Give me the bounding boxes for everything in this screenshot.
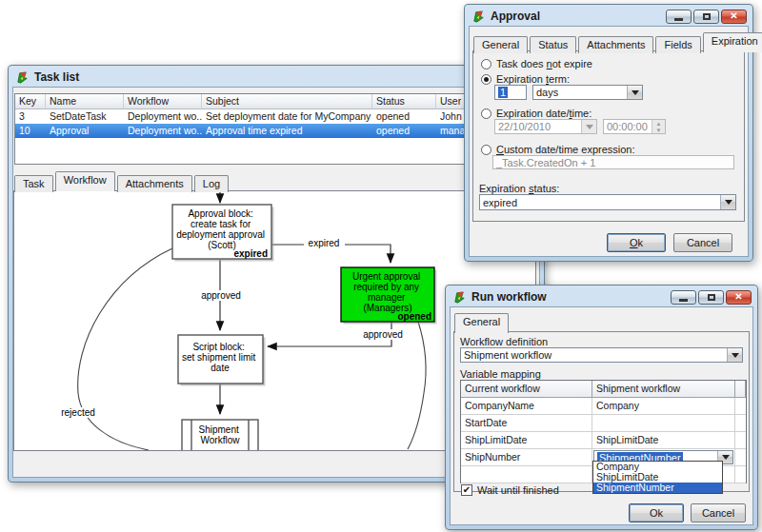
col-status[interactable]: Status (372, 94, 436, 109)
radio-custom-expression[interactable]: Custom date/time expression: (481, 144, 635, 155)
cancel-button[interactable]: Cancel (691, 503, 746, 522)
tab-log[interactable]: Log (194, 175, 229, 192)
mapping-table-header: Current workflow Shipment workflow (461, 381, 746, 398)
ok-button[interactable]: Ok (607, 233, 666, 252)
term-unit-value: days (533, 87, 627, 98)
col-subject[interactable]: Subject (202, 94, 372, 109)
radio-label: Expiration date/time: (496, 108, 592, 119)
maximize-button[interactable] (698, 290, 724, 305)
maximize-button[interactable] (693, 10, 719, 24)
dropdown-item-highlighted[interactable]: ShipmentNumber (593, 483, 722, 493)
col-key[interactable]: Key (15, 94, 46, 109)
minimize-icon (674, 18, 683, 21)
cell-key: 10 (15, 124, 46, 138)
app-icon (452, 290, 467, 305)
expiration-date-value: 22/10/2010 (495, 121, 581, 132)
mapping-row[interactable]: ShipLimitDate ShipLimitDate (461, 432, 746, 449)
task-table-header: Key Name Workflow Subject Status User (15, 94, 535, 109)
cell-current: CompanyName (461, 398, 592, 415)
dropdown-button[interactable] (720, 195, 735, 209)
col-name[interactable]: Name (46, 94, 124, 109)
edge-label-approved-1: approved (201, 290, 241, 301)
tab-general-run[interactable]: General (454, 313, 509, 333)
approval-titlebar[interactable]: Approval ✕ (469, 5, 749, 26)
mapping-row[interactable]: CompanyName Company (461, 398, 746, 415)
cell-workflow: Deployment wo... (124, 109, 202, 124)
app-icon (15, 70, 30, 85)
spinner-buttons: ▲▼ (652, 120, 665, 133)
expiration-status-value: expired (480, 197, 720, 208)
edge-label-rejected: rejected (61, 407, 95, 418)
cell-spacer (735, 466, 746, 483)
custom-expression-input: _Task.CreatedOn + 1 (492, 155, 734, 169)
wait-label: Wait until finished (477, 484, 559, 496)
dropdown-button[interactable] (727, 348, 742, 362)
cancel-label: Cancel (702, 507, 734, 519)
variable-mapping-label: Variable mapping (460, 368, 541, 380)
tab-status[interactable]: Status (530, 36, 576, 53)
radio-expiration-datetime[interactable]: Expiration date/time: (481, 108, 592, 119)
close-button[interactable]: ✕ (726, 290, 752, 305)
spin-up-icon: ▲ (652, 120, 665, 127)
expiration-date-combobox: 22/10/2010 (494, 119, 597, 134)
workflow-definition-combobox[interactable]: Shipment workflow (460, 347, 743, 363)
cell-spacer (735, 432, 746, 449)
wait-until-finished-checkbox[interactable]: ✔ Wait until finished (461, 484, 559, 496)
tab-attachments2[interactable]: Attachments (578, 36, 653, 53)
mapping-row[interactable]: StartDate (461, 415, 746, 432)
col-current-workflow[interactable]: Current workflow (461, 381, 592, 398)
custom-expression-value: _Task.CreatedOn + 1 (496, 157, 595, 168)
tab-task[interactable]: Task (14, 175, 53, 192)
tab-attachments[interactable]: Attachments (117, 175, 192, 192)
term-unit-combobox[interactable]: days (532, 85, 643, 100)
radio-task-does-not-expire[interactable]: Task does not expire (481, 58, 592, 69)
expiration-status-combobox[interactable]: expired (479, 194, 736, 210)
close-button[interactable]: ✕ (721, 10, 747, 24)
expiration-tabpage: Task does not expire Expiration term: 1 … (472, 50, 745, 222)
table-row[interactable]: 3 SetDateTask Deployment wo... Set deplo… (15, 109, 535, 124)
tab-general[interactable]: General (473, 36, 528, 53)
urgent-node-status: opened (397, 311, 431, 322)
ok-label: Ok (630, 237, 643, 248)
term-value-input[interactable]: 1 (494, 85, 527, 100)
radio-label: Custom date/time expression: (496, 144, 635, 155)
approval-tabstrip: General Status Attachments Fields Expira… (473, 30, 762, 51)
close-icon: ✕ (730, 11, 737, 21)
table-row-selected[interactable]: 10 Approval Deployment wo... Approval ti… (15, 124, 535, 138)
minimize-button[interactable] (666, 10, 692, 24)
run-workflow-dialog: Run workflow ✕ General Workflow definiti… (445, 285, 758, 530)
task-list-titlebar[interactable]: Task list (12, 66, 540, 87)
run-workflow-titlebar[interactable]: Run workflow ✕ (450, 286, 753, 306)
ok-button[interactable]: Ok (629, 503, 684, 522)
workflow-definition-label: Workflow definition (460, 336, 548, 347)
target-variable-dropdown-list: Company ShipLimitDate ShipmentNumber (592, 461, 723, 494)
cell-name: Approval (46, 124, 124, 138)
cell-current: ShipNumber (461, 449, 592, 466)
task-table: Key Name Workflow Subject Status User 3 … (14, 93, 536, 165)
cancel-label: Cancel (687, 237, 719, 248)
cell-target (592, 415, 735, 432)
tab-workflow[interactable]: Workflow (55, 171, 115, 191)
cell-current: StartDate (461, 415, 592, 432)
shipment-node-label: Shipment Workflow (198, 424, 241, 445)
radio-circle (481, 145, 491, 155)
cell-current: ShipLimitDate (461, 432, 592, 449)
tab-fields[interactable]: Fields (655, 36, 700, 53)
edge-rejected (78, 248, 172, 450)
workflow-definition-value: Shipment workflow (461, 349, 727, 361)
tab-expiration[interactable]: Expiration (703, 32, 762, 52)
radio-circle (481, 108, 491, 119)
run-workflow-client: General Workflow definition Shipment wor… (450, 306, 753, 525)
col-shipment-workflow[interactable]: Shipment workflow (592, 381, 735, 398)
dropdown-button[interactable] (627, 86, 642, 99)
cell-workflow: Deployment wo... (124, 124, 202, 138)
expiration-status-label: Expiration status: (479, 183, 559, 194)
chevron-down-icon (586, 125, 593, 133)
radio-expiration-term[interactable]: Expiration term: (481, 73, 570, 85)
approval-title: Approval (491, 10, 540, 23)
col-workflow[interactable]: Workflow (124, 94, 202, 109)
minimize-button[interactable] (671, 290, 696, 305)
approval-dialog: Approval ✕ General Status Attachments Fi… (464, 4, 753, 262)
run-workflow-title: Run workflow (471, 290, 547, 304)
cancel-button[interactable]: Cancel (673, 233, 732, 252)
